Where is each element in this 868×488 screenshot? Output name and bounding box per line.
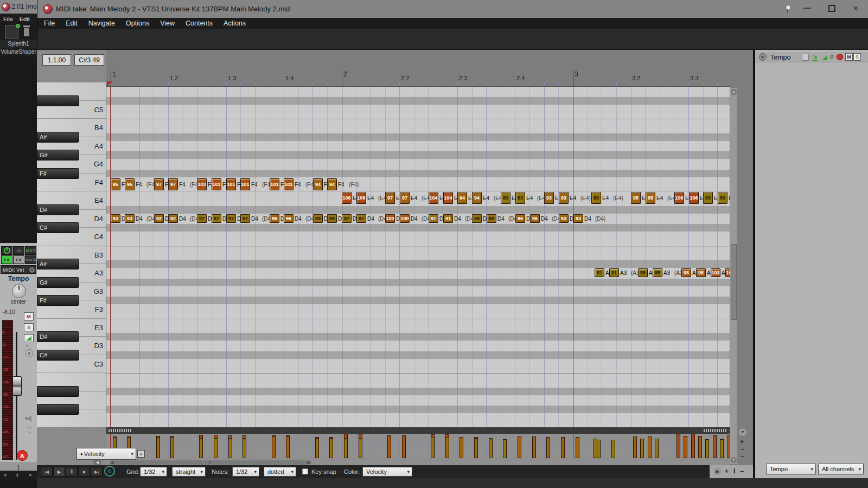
fx-chip-icon[interactable]: i (5, 25, 18, 38)
midi-note[interactable]: 92 (168, 214, 178, 223)
env-fader-icon[interactable] (24, 334, 34, 342)
transport-go-end-button[interactable]: ▶| (91, 467, 103, 477)
midi-note[interactable]: 94 (327, 178, 337, 190)
piano-key-ds[interactable]: D# (37, 204, 79, 215)
midi-note[interactable]: 87 (226, 214, 236, 223)
midi-note[interactable]: 85 (653, 268, 662, 277)
midi-note[interactable]: 85 (638, 268, 648, 277)
velocity-bar[interactable] (561, 437, 565, 458)
midi-note[interactable]: 97 (400, 192, 410, 204)
midi-note[interactable]: 83 (501, 192, 510, 204)
midi-note[interactable]: 101 (226, 178, 236, 190)
velocity-bar[interactable] (489, 438, 493, 458)
midi-note[interactable]: 94 (457, 192, 467, 204)
midi-note[interactable]: 83 (703, 192, 713, 204)
track-input-selector[interactable]: MIDI: Virt ▾ (1, 265, 36, 274)
cc-lane-add-button[interactable]: + (725, 467, 729, 475)
pin-icon[interactable] (784, 4, 792, 13)
grid-shape-select[interactable]: straight▾ (172, 467, 206, 477)
cc-lane-selector[interactable]: ● Velocity▾ (76, 448, 136, 460)
vertical-scrollbar[interactable]: ▲ ▼ (730, 88, 737, 464)
velocity-bar[interactable] (359, 438, 362, 458)
midi-note[interactable]: 101 (270, 178, 279, 190)
lane-collapse-icon[interactable]: ▼ (739, 428, 746, 436)
midi-note[interactable]: 106 (356, 192, 366, 204)
midi-note[interactable]: 91 (443, 214, 453, 223)
transport-go-start-button[interactable]: |◀ (41, 467, 53, 477)
position-readout[interactable]: 1.1.00 (42, 54, 71, 66)
midi-note[interactable]: 98 (696, 268, 706, 277)
note-shape-select[interactable]: dotted▾ (264, 467, 296, 477)
channel-filter-selector[interactable]: All channels▾ (818, 464, 864, 474)
midi-note[interactable]: 95 (646, 192, 655, 204)
cc-lane-menu-icon[interactable]: ▶ (714, 468, 721, 475)
record-input-icon[interactable]: IN▾ (25, 425, 34, 440)
lane-zoom-out2-button[interactable]: − (741, 453, 744, 460)
minimize-button[interactable] (803, 8, 811, 9)
color-mode-select[interactable]: Velocity▾ (362, 467, 412, 477)
midi-note[interactable]: 103 (212, 178, 221, 190)
scroll-right-icon[interactable]: ▶ (29, 471, 32, 479)
scroll-left-icon[interactable]: ◀ (3, 471, 6, 479)
midi-note[interactable]: 92 (154, 214, 164, 223)
editor-menu-edit[interactable]: Edit (60, 18, 83, 29)
edit-cursor-flag[interactable] (107, 81, 113, 87)
midi-note[interactable]: 103 (711, 268, 720, 277)
piano-key-black[interactable] (37, 95, 79, 106)
piano-key-fs[interactable]: F# (37, 168, 79, 179)
velocity-bar[interactable] (315, 438, 319, 458)
midi-note[interactable]: 93 (559, 192, 569, 204)
velocity-bar[interactable] (640, 439, 644, 458)
midi-note[interactable]: 103 (725, 268, 730, 277)
track-route-button[interactable]: ROUTE (25, 255, 36, 264)
piano-key-gs[interactable]: G# (37, 150, 79, 160)
midi-note[interactable]: 95 (125, 178, 135, 190)
midi-note[interactable]: 100 (385, 214, 395, 223)
mixer-speaker-icon[interactable]: ▮ (16, 471, 18, 479)
piano-key-fs[interactable]: F# (37, 295, 79, 306)
midi-note[interactable]: 87 (356, 214, 366, 223)
midi-note[interactable]: 81 (595, 268, 604, 277)
cc-lane-pin-button[interactable]: I (733, 467, 735, 475)
midi-note[interactable]: 104 (429, 192, 438, 204)
midi-note[interactable]: 95 (111, 178, 120, 190)
midi-note[interactable]: 96 (515, 214, 525, 223)
midi-note[interactable]: 94 (313, 178, 323, 190)
transport-stop-button[interactable]: ■ (78, 467, 90, 477)
velocity-bar[interactable] (170, 437, 174, 458)
piano-key-as[interactable]: A# (37, 132, 79, 143)
midi-note[interactable]: 88 (313, 214, 323, 223)
midi-note[interactable]: 81 (609, 268, 619, 277)
h-scroll-left-button[interactable]: ◀ (93, 459, 101, 465)
phase-button[interactable]: ø (25, 349, 33, 357)
phase-icon[interactable]: ø (830, 53, 834, 60)
track-selector[interactable]: Tempo▾ (766, 464, 816, 474)
piano-key-cs[interactable]: C# (37, 350, 79, 361)
automation-write-icon[interactable]: ↘ (812, 53, 818, 61)
fx-item-volumeshaper[interactable]: VolumeShaper (0, 48, 37, 56)
transport-play-button[interactable]: ▶ (53, 467, 65, 477)
velocity-bar[interactable] (402, 435, 406, 458)
velocity-bar[interactable] (199, 438, 203, 458)
lane-zoom-out-button[interactable]: − (741, 446, 744, 453)
editor-menu-options[interactable]: Options (120, 18, 155, 29)
velocity-bar[interactable] (655, 439, 659, 458)
midi-note[interactable]: 106 (674, 192, 684, 204)
trash-icon[interactable] (22, 25, 31, 37)
solo-button[interactable]: S (24, 323, 34, 331)
velocity-bar[interactable] (329, 438, 333, 458)
midi-note[interactable]: 88 (327, 214, 337, 223)
note-readout[interactable]: C#3 49 (74, 54, 104, 66)
timeline-ruler[interactable]: 11.21.31.422.22.32.433.23.3 (106, 50, 730, 87)
key-snap-checkbox[interactable] (302, 468, 308, 474)
midi-note[interactable]: 101 (284, 178, 293, 190)
velocity-bar[interactable] (459, 437, 463, 458)
v-scroll-up-icon[interactable]: ▲ (731, 89, 737, 95)
velocity-bar[interactable] (242, 438, 246, 458)
track-list-header-row[interactable]: ▸ Tempo ↘ ø M S (755, 52, 868, 63)
midi-note[interactable]: 93 (544, 192, 554, 204)
maximize-button[interactable] (828, 5, 835, 12)
v-scroll-down-icon[interactable]: ▼ (731, 457, 737, 463)
editor-menu-actions[interactable]: Actions (218, 18, 251, 29)
velocity-bar[interactable] (684, 436, 687, 458)
